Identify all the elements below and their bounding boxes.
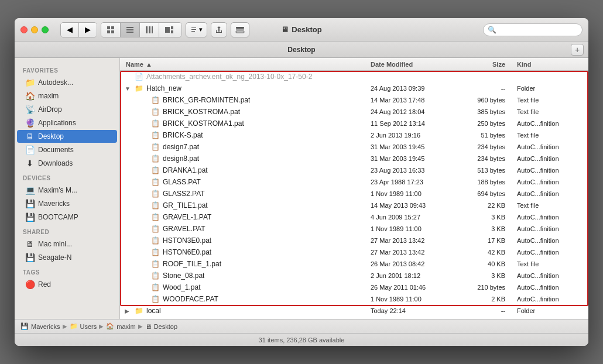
- breadcrumb-item-desktop[interactable]: 🖥 Desktop: [145, 323, 177, 330]
- table-row[interactable]: 📋 design8.pat 31 Mar 2003 19:45 234 byte…: [120, 153, 588, 164]
- pat-file-icon: 📋: [151, 295, 160, 303]
- sidebar-item-airdrop[interactable]: 📡 AirDrop: [17, 103, 117, 116]
- forward-button[interactable]: ▶: [79, 23, 97, 37]
- name-column-header[interactable]: Name ▲: [120, 61, 366, 68]
- laptop-icon: 💻: [25, 186, 35, 195]
- file-name: GLASS2.PAT: [163, 190, 205, 198]
- share-button[interactable]: [211, 22, 227, 37]
- table-row[interactable]: 📋 BRICK_GR-ROMINTEN.pat 14 Mar 2013 17:4…: [120, 94, 588, 106]
- file-size: 51 bytes: [460, 132, 512, 139]
- toolbar: ◀ ▶ ▾: [60, 22, 249, 37]
- table-row[interactable]: 📋 ROOF_TILE_1.pat 26 Mar 2013 08:42 40 K…: [120, 258, 588, 270]
- subbar-title: Desktop: [287, 46, 315, 54]
- file-name: GRAVEL-1.PAT: [163, 213, 211, 221]
- kind-column-header[interactable]: Kind: [512, 61, 588, 68]
- file-name-cell: 📋 HSTON6E0.pat: [120, 248, 366, 256]
- table-row[interactable]: ▼ 📁 Hatch_new 24 Aug 2013 09:39 -- Folde…: [120, 83, 588, 94]
- sidebar-item-desktop[interactable]: 🖥 Desktop: [17, 130, 117, 143]
- sidebar-item-maxim[interactable]: 🏠 maxim: [17, 90, 117, 102]
- table-row[interactable]: 📋 HSTON3E0.pat 27 Mar 2013 13:42 17 KB A…: [120, 235, 588, 246]
- table-row[interactable]: 📋 HSTON6E0.pat 27 Mar 2013 13:42 42 KB A…: [120, 246, 588, 258]
- window-title: 🖥 Desktop: [281, 25, 321, 34]
- file-name: local: [146, 307, 161, 315]
- file-name-cell: 📋 BRICK_KOSTROMA.pat: [120, 108, 366, 116]
- table-row[interactable]: 📋 Wood_1.pat 26 May 2011 01:46 210 bytes…: [120, 281, 588, 293]
- file-name-cell: ▼ 📁 Hatch_new: [120, 84, 366, 92]
- file-name-cell: 📋 GRAVEL.PAT: [120, 225, 366, 233]
- svg-rect-13: [236, 27, 244, 29]
- table-row[interactable]: 📋 BRICK-S.pat 2 Jun 2013 19:16 51 bytes …: [120, 129, 588, 141]
- file-name: BRICK_GR-ROMINTEN.pat: [163, 96, 250, 104]
- sidebar-item-mac-mini[interactable]: 🖥 Mac mini...: [17, 238, 117, 250]
- breadcrumb-item-maxim[interactable]: 🏠 maxim: [106, 322, 135, 330]
- statusbar-text: 31 items, 236,28 GB available: [259, 336, 345, 344]
- disclosure-triangle[interactable]: ▼: [125, 85, 132, 92]
- table-row[interactable]: 📄 Attachments_archev.ent_ok_ng_2013-10-0…: [120, 71, 588, 83]
- search-input[interactable]: [483, 23, 583, 36]
- traffic-lights: [20, 26, 49, 33]
- sidebar-item-label: Documents: [38, 146, 74, 154]
- size-column-header[interactable]: Size: [460, 61, 512, 68]
- table-row[interactable]: 📋 DRANKA1.pat 23 Aug 2013 16:33 513 byte…: [120, 164, 588, 176]
- back-button[interactable]: ◀: [61, 23, 79, 37]
- table-row[interactable]: 📋 GR_TILE1.pat 14 May 2013 09:43 22 KB T…: [120, 200, 588, 211]
- arrange-button[interactable]: ▾: [186, 22, 207, 37]
- kind-col-label: Kind: [517, 61, 531, 68]
- file-name-cell: 📋 Stone_08.pat: [120, 272, 366, 280]
- file-kind: AutoC...finition: [512, 178, 588, 186]
- table-row[interactable]: ▶ 📁 local Today 22:14 -- Folder: [120, 305, 588, 317]
- file-size: 513 bytes: [460, 167, 512, 174]
- breadcrumb-item-mavericks[interactable]: 💾 Mavericks: [20, 322, 60, 330]
- sidebar-item-seagate[interactable]: 💾 Seagate-N: [17, 251, 117, 264]
- breadcrumb-item-users[interactable]: 📁 Users: [70, 322, 97, 330]
- action-button[interactable]: [231, 22, 249, 37]
- pat-file-icon: 📋: [151, 201, 160, 210]
- file-kind: AutoC...finition: [512, 284, 588, 291]
- sidebar-item-downloads[interactable]: ⬇ Downloads: [17, 157, 117, 170]
- table-row[interactable]: 📋 design7.pat 31 Mar 2003 19:45 234 byte…: [120, 141, 588, 153]
- sidebar-item-bootcamp[interactable]: 💾 BOOTCAMP: [17, 211, 117, 224]
- table-row[interactable]: 📋 BRICK_KOSTROMA1.pat 11 Sep 2012 13:14 …: [120, 118, 588, 129]
- pat-file-icon: 📋: [151, 260, 160, 268]
- breadcrumb-sep-3: ▶: [138, 323, 143, 329]
- svg-rect-2: [107, 30, 110, 33]
- sidebar-item-red-tag[interactable]: 🔴 Red: [17, 278, 117, 291]
- disclosure-triangle[interactable]: ▶: [125, 308, 132, 314]
- maxim-icon: 🏠: [106, 322, 114, 330]
- view-list-button[interactable]: [121, 23, 140, 37]
- pat-file-icon: 📋: [151, 236, 160, 245]
- minimize-button[interactable]: [31, 26, 38, 33]
- view-column-button[interactable]: [140, 23, 159, 37]
- sidebar-item-maxims-m[interactable]: 💻 Maxim's M...: [17, 184, 117, 197]
- table-row[interactable]: 📋 WOODFACE.PAT 1 Nov 1989 11:00 2 KB Aut…: [120, 293, 588, 305]
- view-icon-button[interactable]: [101, 23, 121, 37]
- sidebar-item-applications[interactable]: 🔮 Applications: [17, 116, 117, 129]
- sidebar-item-label: Autodesk...: [38, 78, 73, 87]
- close-button[interactable]: [20, 26, 28, 33]
- pat-file-icon: 📋: [151, 143, 160, 151]
- file-list: 📄 Attachments_archev.ent_ok_ng_2013-10-0…: [120, 71, 588, 319]
- table-row[interactable]: 📋 GRAVEL-1.PAT 4 Jun 2009 15:27 3 KB Aut…: [120, 211, 588, 223]
- svg-rect-8: [149, 26, 150, 33]
- table-row[interactable]: 📋 GLASS2.PAT 1 Nov 1989 11:00 694 bytes …: [120, 188, 588, 200]
- file-modified: 26 Mar 2013 08:42: [366, 260, 460, 267]
- sidebar-item-mavericks[interactable]: 💾 Mavericks: [17, 197, 117, 210]
- file-name: design8.pat: [163, 154, 199, 163]
- table-row[interactable]: 📋 GRAVEL.PAT 1 Nov 1989 11:00 3 KB AutoC…: [120, 223, 588, 235]
- title-folder-icon: 🖥: [281, 25, 289, 34]
- modified-column-header[interactable]: Date Modified: [366, 61, 460, 68]
- file-kind: Text file: [512, 108, 588, 115]
- maximize-button[interactable]: [42, 26, 49, 33]
- sidebar-item-documents[interactable]: 📄 Documents: [17, 143, 117, 156]
- table-row[interactable]: 📋 BRICK_KOSTROMA.pat 24 Aug 2012 18:04 3…: [120, 106, 588, 118]
- file-content: Name ▲ Date Modified Size Kind: [120, 58, 588, 319]
- breadcrumb-label: Users: [80, 323, 97, 330]
- add-button[interactable]: +: [571, 44, 584, 56]
- view-cover-button[interactable]: [159, 23, 181, 37]
- table-row[interactable]: 📋 GLASS.PAT 23 Apr 1988 17:23 188 bytes …: [120, 176, 588, 188]
- file-kind: Text file: [512, 202, 588, 209]
- table-row[interactable]: 📋 Stone_08.pat 2 Jun 2001 18:12 3 KB Aut…: [120, 270, 588, 281]
- svg-rect-5: [126, 29, 133, 30]
- sidebar-item-autodesk[interactable]: 📁 Autodesk...: [17, 76, 117, 89]
- file-name: GLASS.PAT: [163, 178, 201, 186]
